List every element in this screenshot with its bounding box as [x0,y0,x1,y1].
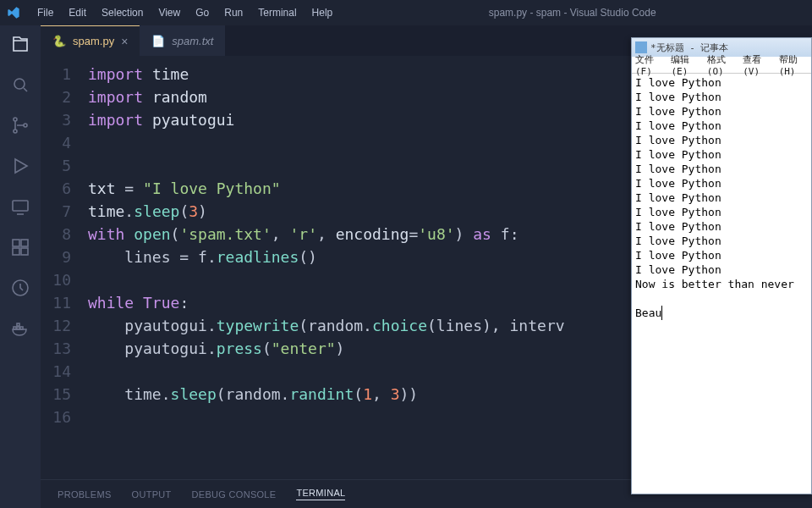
source-control-icon[interactable] [10,115,30,135]
tab-label: spam.py [73,35,114,47]
remote-icon[interactable] [10,196,30,217]
run-debug-icon[interactable] [10,156,30,176]
menu-view[interactable]: View [151,3,187,22]
svg-rect-4 [13,201,28,211]
svg-rect-5 [13,240,19,246]
panel-tab-terminal[interactable]: TERMINAL [296,488,345,500]
text-file-icon: 📄 [151,35,165,47]
titlebar: FileEditSelectionViewGoRunTerminalHelp s… [0,0,812,25]
timeline-icon[interactable] [10,278,30,298]
vscode-logo-icon [7,6,20,19]
window-title: spam.py - spam - Visual Studio Code [339,7,805,19]
notepad-window[interactable]: *无标题 - 记事本 文件(F)编辑(E)格式(O)查看(V)帮助(H) I l… [631,37,812,494]
notepad-title-text: *无标题 - 记事本 [650,41,729,54]
notepad-menubar: 文件(F)编辑(E)格式(O)查看(V)帮助(H) [632,57,811,74]
svg-point-0 [14,79,25,89]
search-icon[interactable] [10,75,30,95]
menu-edit[interactable]: Edit [62,3,93,22]
svg-point-3 [24,124,27,127]
python-file-icon: 🐍 [52,35,66,47]
svg-rect-8 [21,248,28,255]
close-icon[interactable]: × [121,35,128,48]
svg-point-2 [14,130,17,133]
panel-tab-problems[interactable]: PROBLEMS [58,489,112,500]
menu-run[interactable]: Run [217,3,250,22]
menu-file[interactable]: File [30,3,60,22]
notepad-textarea[interactable]: I love PythonI love PythonI love PythonI… [632,74,811,494]
svg-rect-6 [21,240,28,246]
menu-go[interactable]: Go [189,3,216,22]
tab-spam-txt[interactable]: 📄spam.txt [140,25,225,56]
panel-tab-output[interactable]: OUTPUT [132,489,172,500]
tab-spam-py[interactable]: 🐍spam.py× [41,25,140,56]
explorer-icon[interactable] [10,34,30,54]
menu-selection[interactable]: Selection [95,3,150,22]
menubar: FileEditSelectionViewGoRunTerminalHelp [30,3,339,22]
notepad-icon [635,41,647,53]
panel-tab-debug-console[interactable]: DEBUG CONSOLE [192,489,277,500]
docker-icon[interactable] [10,318,30,339]
extensions-icon[interactable] [10,237,30,257]
svg-rect-13 [17,323,19,326]
activity-bar [0,25,41,508]
line-gutter: 12345678910111213141516 [41,63,88,479]
menu-terminal[interactable]: Terminal [251,3,303,22]
svg-rect-7 [13,248,19,255]
tab-label: spam.txt [172,35,213,47]
menu-help[interactable]: Help [305,3,340,22]
svg-point-1 [14,118,17,121]
